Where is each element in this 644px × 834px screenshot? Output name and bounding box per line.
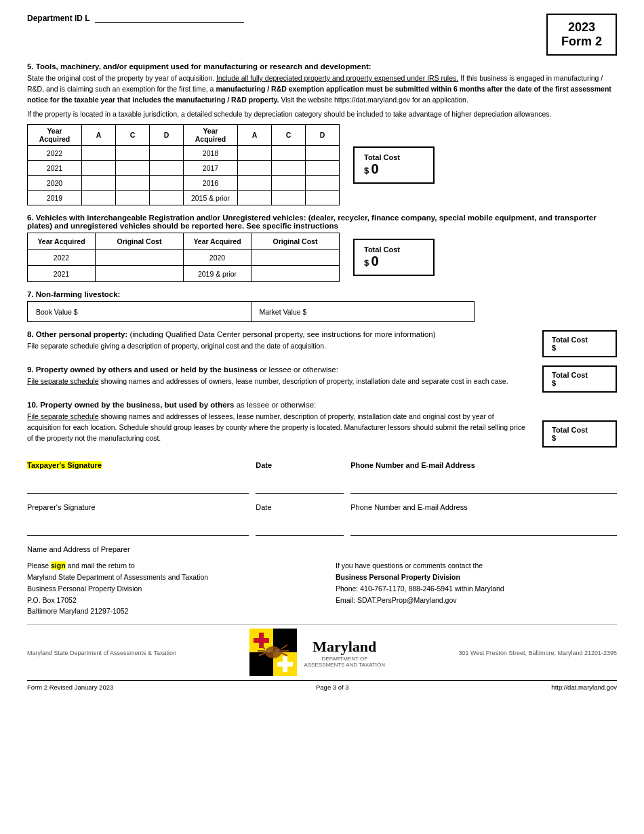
contact-email: Email: SDAT.PersProp@Maryland.gov: [336, 595, 617, 606]
table-row: 2021 2017: [28, 161, 340, 176]
section5-total-cost: Total Cost $ 0: [353, 146, 435, 184]
taxpayer-date-col: Date: [256, 461, 344, 494]
taxpayer-phone-field[interactable]: [350, 479, 617, 494]
table-row: 2022 2018: [28, 146, 340, 161]
section6-table: Year Acquired Original Cost Year Acquire…: [27, 233, 340, 282]
sign-highlight: sign: [51, 561, 66, 570]
section-7: 7. Non-farming livestock: Book Value $ M…: [27, 290, 617, 322]
dept-id-label: Department ID L: [27, 14, 90, 23]
mail-box: P.O. Box 17052: [27, 595, 308, 606]
section9-body: File separate schedule showing names and…: [27, 376, 529, 387]
section6-total-cost: Total Cost $ 0: [353, 239, 435, 276]
table-row: 2021 2019 & prior: [28, 266, 340, 282]
preparer-phone-field[interactable]: [350, 521, 617, 536]
svg-point-16: [275, 649, 279, 653]
preparer-phone-col: Phone Number and E-mail Address: [350, 503, 617, 536]
taxpayer-date-field[interactable]: [256, 479, 344, 494]
svg-point-8: [265, 646, 281, 658]
section8-total-cost: Total Cost $: [542, 330, 617, 357]
taxpayer-phone-col: Phone Number and E-mail Address: [350, 461, 617, 494]
section-6: 6. Vehicles with interchangeable Registr…: [27, 214, 617, 282]
market-value-cell[interactable]: Market Value $: [251, 302, 475, 322]
section-10: 10. Property owned by the business, but …: [27, 401, 617, 448]
section10-body: File separate schedule showing names and…: [27, 412, 529, 443]
footer-content: Please sign and mail the return to Maryl…: [27, 560, 617, 617]
section5-body2: If the property is located in a taxable …: [27, 109, 617, 120]
mail-city: Baltimore Maryland 21297-1052: [27, 605, 308, 617]
preparer-phone-label: Phone Number and E-mail Address: [350, 503, 467, 511]
section5-table-container: YearAcquired A C D YearAcquired A C D 20…: [27, 124, 617, 205]
form-box: 2023 Form 2: [546, 14, 617, 56]
section7-title: 7. Non-farming livestock:: [27, 290, 617, 298]
address-bottom: 301 West Preston Street, Baltimore, Mary…: [459, 650, 617, 656]
signature-section: Taxpayer's Signature Date Phone Number a…: [27, 461, 617, 553]
agency-name-bottom: Maryland State Department of Assessments…: [27, 650, 176, 656]
taxpayer-sig-label: Taxpayer's Signature: [27, 461, 102, 469]
preparer-sig-col: Preparer's Signature: [27, 503, 249, 536]
form-year: 2023: [561, 20, 602, 35]
footer-right: If you have questions or comments contac…: [336, 560, 617, 617]
section8-body: File separate schedule giving a descript…: [27, 341, 529, 352]
section-5: 5. Tools, machinery, and/or equipment us…: [27, 62, 617, 205]
taxpayer-sig-col: Taxpayer's Signature: [27, 461, 249, 494]
section10-total-cost: Total Cost $: [542, 420, 617, 448]
svg-rect-5: [254, 638, 269, 643]
table-row: 2020 2016: [28, 176, 340, 191]
contact-text1: If you have questions or comments contac…: [336, 560, 617, 572]
section7-table: Book Value $ Market Value $: [27, 301, 475, 322]
preparer-sig-field[interactable]: [27, 521, 249, 536]
contact-phone: Phone: 410-767-1170, 888-246-5941 within…: [336, 583, 617, 595]
page-number: Page 3 of 3: [316, 683, 349, 691]
section-9: 9. Property owned by others and used or …: [27, 365, 617, 393]
dept-id-line[interactable]: [95, 14, 244, 23]
section5-title: 5. Tools, machinery, and/or equipment us…: [27, 62, 617, 71]
preparer-date-field[interactable]: [256, 521, 344, 536]
date-label: Date: [256, 461, 272, 469]
taxpayer-row: Taxpayer's Signature Date Phone Number a…: [27, 461, 617, 494]
contact-org: Business Personal Property Division: [336, 573, 460, 581]
phone-label: Phone Number and E-mail Address: [350, 461, 475, 469]
footer-left: Please sign and mail the return to Maryl…: [27, 560, 308, 617]
section9-total-cost: Total Cost $: [542, 365, 617, 393]
table-row: 2019 2015 & prior: [28, 191, 340, 205]
form-revised: Form 2 Revised January 2023: [27, 683, 113, 691]
mail-div: Business Personal Property Division: [27, 583, 308, 595]
taxpayer-sig-field[interactable]: [27, 479, 249, 494]
book-value-cell[interactable]: Book Value $: [28, 302, 251, 322]
preparer-name-label: Name and Address of Preparer: [27, 545, 617, 553]
section6-table-container: Year Acquired Original Cost Year Acquire…: [27, 233, 617, 282]
logo-area: Maryland DEPARTMENT OFASSESSMENTS AND TA…: [249, 629, 385, 677]
section10-title: 10. Property owned by the business, but …: [27, 401, 529, 409]
preparer-row: Preparer's Signature Date Phone Number a…: [27, 503, 617, 536]
maryland-logo: [249, 629, 297, 677]
preparer-sig-label: Preparer's Signature: [27, 503, 96, 511]
section9-title: 9. Property owned by others and used or …: [27, 365, 529, 374]
website: http://dat.maryland.gov: [551, 683, 617, 691]
preparer-date-col: Date: [256, 503, 344, 536]
preparer-date-label: Date: [256, 503, 271, 511]
table-row: 2022 2020: [28, 250, 340, 266]
svg-rect-7: [277, 662, 293, 667]
section5-body: State the original cost of the property …: [27, 73, 617, 105]
svg-point-15: [267, 649, 271, 653]
maryland-text: Maryland DEPARTMENT OFASSESSMENTS AND TA…: [304, 638, 385, 668]
mail-instruction: Please sign and mail the return to: [27, 560, 308, 572]
logo-bar: Maryland State Department of Assessments…: [27, 624, 617, 677]
section5-table: YearAcquired A C D YearAcquired A C D 20…: [27, 124, 340, 205]
section6-title: 6. Vehicles with interchangeable Registr…: [27, 214, 617, 230]
form-name: Form 2: [561, 35, 602, 49]
bottom-footer: Form 2 Revised January 2023 Page 3 of 3 …: [27, 680, 617, 691]
section8-title: 8. Other personal property: (including Q…: [27, 330, 529, 338]
mail-org: Maryland State Department of Assessments…: [27, 572, 308, 583]
section-8: 8. Other personal property: (including Q…: [27, 330, 617, 357]
